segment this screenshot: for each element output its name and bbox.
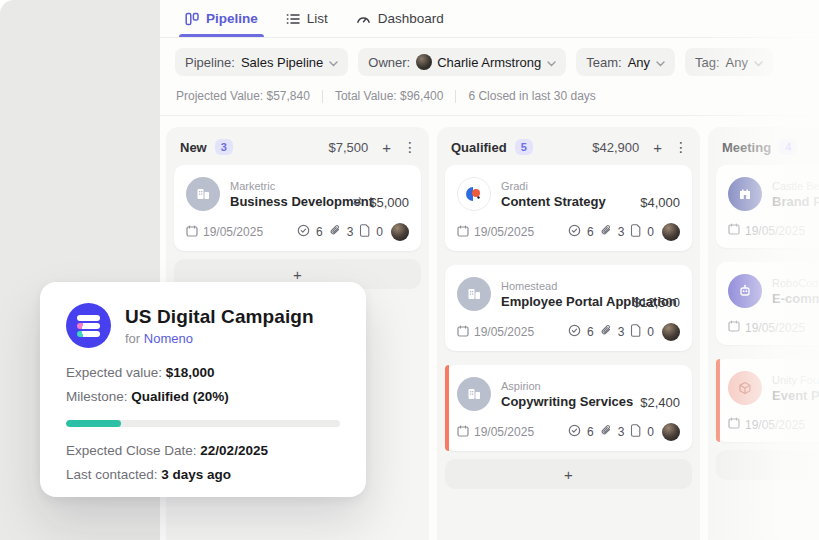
paperclip-icon (329, 224, 341, 240)
company-logo-building-icon (457, 377, 491, 411)
filter-tag-label: Tag: (695, 55, 720, 70)
column-count-badge: 3 (215, 139, 233, 155)
milestone-progress-fill (66, 420, 121, 427)
calendar-icon (457, 425, 469, 440)
deal-card-robocode[interactable]: RoboCode E-commerce 19/05/2025 (716, 262, 819, 345)
deal-title: Brand Positioning (772, 194, 819, 209)
deal-title: Business Development (230, 194, 351, 209)
deal-card-unity[interactable]: Unity Foundat Event Promot 19/05/2025 (716, 359, 819, 442)
column-count-badge: 4 (779, 139, 797, 155)
chevron-down-icon (754, 55, 763, 70)
last-contacted-row: Last contacted: 3 days ago (66, 467, 340, 482)
deal-popup-client: for Nomeno (125, 331, 314, 346)
attachments-count: 3 (618, 225, 625, 239)
filter-team-label: Team: (586, 55, 621, 70)
deal-title: Copywriting Services (501, 394, 633, 409)
notes-icon (359, 224, 370, 240)
calendar-icon (457, 325, 469, 340)
company-name: Marketric (230, 180, 351, 192)
deal-value: $5,000 (369, 195, 409, 210)
company-logo-pie-icon (457, 177, 491, 211)
filter-team[interactable]: Team: Any (576, 48, 675, 76)
tasks-count: 6 (587, 425, 594, 439)
company-logo-castle-icon (728, 177, 762, 211)
chevron-down-icon (547, 55, 556, 70)
filter-tag[interactable]: Tag: Any (685, 48, 773, 76)
calendar-icon (728, 320, 740, 335)
attachments-count: 3 (618, 425, 625, 439)
deal-date: 19/05/2025 (745, 321, 805, 335)
add-card-button[interactable]: + (445, 459, 692, 489)
deal-title: Event Promot (772, 388, 819, 403)
add-card-button[interactable] (716, 450, 819, 480)
tab-list[interactable]: List (286, 0, 328, 37)
kanban-icon (185, 12, 199, 26)
notes-icon (630, 424, 641, 440)
add-deal-icon[interactable]: + (653, 140, 662, 155)
filter-owner[interactable]: Owner: Charlie Armstrong (358, 48, 566, 76)
last-contacted-label: Last contacted: (66, 467, 158, 482)
deal-popup-title: US Digital Campaign (125, 306, 314, 328)
milestone-value: Qualified (20%) (131, 389, 229, 404)
deal-date: 19/05/2025 (474, 325, 534, 339)
tab-pipeline[interactable]: Pipeline (185, 0, 258, 37)
filter-bar: Pipeline: Sales Pipeline Owner: Charlie … (160, 38, 819, 76)
total-value: Total Value: $96,400 (335, 89, 444, 103)
column-total: $7,500 (328, 140, 368, 155)
attachments-count: 3 (347, 225, 354, 239)
column-title: New (180, 140, 207, 155)
deal-card-castlebeds[interactable]: Castle Beds Brand Positioning 19/05/2025 (716, 165, 819, 248)
recurring-icon (351, 195, 364, 210)
column-meeting: Meeting 4 Castle Beds Brand Positioning (708, 127, 819, 540)
expected-value-row: Expected value: $18,000 (66, 365, 340, 380)
calendar-icon (457, 225, 469, 240)
assignee-avatar (662, 423, 680, 441)
assignee-avatar (662, 223, 680, 241)
tab-dashboard-label: Dashboard (378, 11, 444, 26)
filter-pipeline[interactable]: Pipeline: Sales Pipeline (175, 48, 348, 76)
milestone-label: Milestone: (66, 389, 128, 404)
stat-divider (322, 90, 323, 103)
closed-count: 6 Closed in last 30 days (468, 89, 595, 103)
deal-date: 19/05/2025 (474, 425, 534, 439)
deal-card-homestead[interactable]: Homestead Employee Portal Application $1… (445, 265, 692, 351)
column-menu-icon[interactable]: ⋮ (674, 140, 688, 154)
deal-value: $2,400 (640, 395, 680, 410)
paperclip-icon (600, 224, 612, 240)
assignee-avatar (662, 323, 680, 341)
deal-date: 19/05/2025 (745, 418, 805, 432)
deal-preview-popup: US Digital Campaign for Nomeno Expected … (40, 282, 366, 497)
column-title: Meeting (722, 140, 771, 155)
deal-card-gradi[interactable]: Gradi Content Strategy $4,000 19/05/2025… (445, 165, 692, 251)
calendar-icon (728, 223, 740, 238)
company-logo-building-icon (457, 277, 491, 311)
deal-card-marketric[interactable]: Marketric Business Development $5,000 19… (174, 165, 421, 251)
deal-card-aspirion[interactable]: Aspirion Copywriting Services $2,400 19/… (445, 365, 692, 451)
owner-avatar (416, 54, 432, 70)
tasks-done-icon (297, 224, 310, 240)
close-date-label: Expected Close Date: (66, 443, 197, 458)
client-link[interactable]: Nomeno (144, 331, 193, 346)
notes-icon (630, 224, 641, 240)
column-total: $42,900 (592, 140, 639, 155)
filter-tag-value: Any (726, 55, 748, 70)
deal-date: 19/05/2025 (474, 225, 534, 239)
filter-owner-label: Owner: (368, 55, 410, 70)
board-divider (160, 115, 819, 116)
notes-count: 0 (376, 225, 383, 239)
company-name: Aspirion (501, 380, 633, 392)
for-label: for (125, 331, 140, 346)
tab-list-label: List (307, 11, 328, 26)
notes-icon (630, 324, 641, 340)
tab-dashboard[interactable]: Dashboard (356, 0, 444, 37)
notes-count: 0 (647, 225, 654, 239)
view-tabs: Pipeline List Dashboard (160, 0, 819, 38)
deal-value: $12,500 (633, 295, 680, 310)
milestone-row: Milestone: Qualified (20%) (66, 389, 340, 404)
tasks-count: 6 (316, 225, 323, 239)
milestone-progress-track (66, 420, 340, 427)
stat-divider (455, 90, 456, 103)
add-deal-icon[interactable]: + (382, 140, 391, 155)
filter-pipeline-value: Sales Pipeline (241, 55, 323, 70)
column-menu-icon[interactable]: ⋮ (403, 140, 417, 154)
